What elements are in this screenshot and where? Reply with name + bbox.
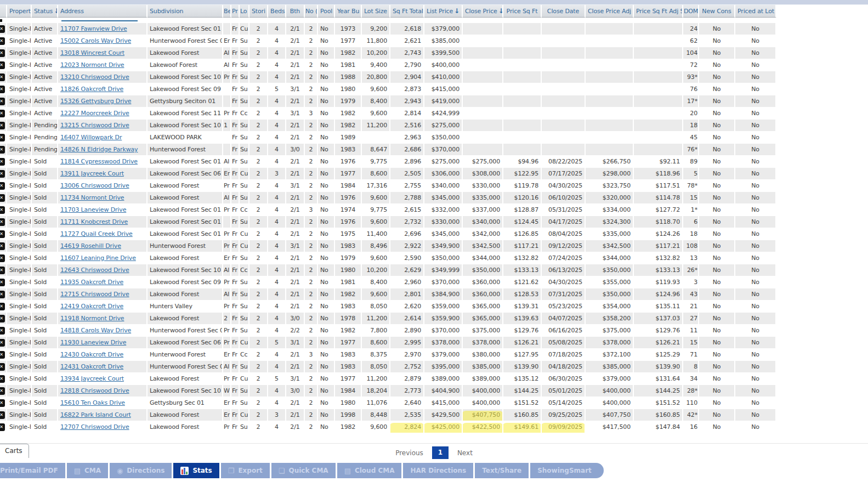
toolbar-button-cloud-cma[interactable]: ▤Cloud CMA [337, 463, 402, 478]
row-select-icon[interactable]: ✕ [0, 49, 5, 57]
column-header-priced_at_lot[interactable]: Priced at Lot [735, 5, 776, 18]
column-header-close_date[interactable]: Close Date [542, 5, 586, 18]
row-select-icon[interactable]: ✕ [0, 411, 5, 419]
address-link[interactable]: 13215 Chriswood Drive [60, 122, 129, 129]
column-header-price_sqft[interactable]: Price Sq Ft [503, 5, 542, 18]
address-link[interactable]: 11930 Laneview Drive [60, 339, 126, 346]
column-header-subdivision[interactable]: Subdivision [147, 5, 223, 18]
row-select-icon[interactable]: ✕ [0, 158, 5, 166]
address-link[interactable]: 13018 Wincrest Court [60, 49, 124, 56]
address-link[interactable]: 13934 Jaycreek Court [60, 375, 124, 382]
column-header-year_built[interactable]: Year Bu [335, 5, 362, 18]
toolbar-button-quick-cma[interactable]: ❏Quick CMA [271, 463, 336, 478]
row-select-icon[interactable]: ✕ [0, 122, 5, 129]
row-select-icon[interactable]: ✕ [0, 61, 5, 69]
column-header-close_price[interactable]: Close Price↓ [463, 5, 503, 18]
column-header-pr[interactable]: Pr [231, 5, 240, 18]
row-select-icon[interactable]: ✕ [0, 423, 5, 431]
column-header-stories[interactable]: Stori [249, 5, 268, 18]
toolbar-button-text-share[interactable]: Text/Share [475, 463, 529, 478]
row-select-icon[interactable]: ✕ [0, 387, 5, 395]
address-link[interactable]: 12419 Oakcroft Drive [60, 303, 123, 310]
row-select-icon[interactable]: ✕ [0, 375, 5, 383]
toolbar-button-directions[interactable]: ◉Directions [110, 463, 172, 478]
toolbar-button-export[interactable]: ❐Export [221, 463, 270, 478]
address-link[interactable]: 11707 Fawnview Drive [60, 25, 127, 32]
row-select-icon[interactable]: ✕ [0, 230, 5, 238]
row-select-icon[interactable]: ✕ [0, 218, 5, 226]
toolbar-button-print-email-pdf[interactable]: Print/Email PDF [0, 463, 65, 478]
column-header-be[interactable]: Be [223, 5, 231, 18]
row-select-icon[interactable]: ✕ [0, 351, 5, 359]
column-header-bath[interactable]: Bth [286, 5, 305, 18]
row-select-icon[interactable]: ✕ [0, 206, 5, 214]
row-select-icon[interactable]: ✕ [0, 363, 5, 371]
pagination-previous[interactable]: Previous [395, 449, 423, 457]
address-link[interactable]: 15610 Ten Oaks Drive [60, 399, 125, 406]
row-select-icon[interactable]: ✕ [0, 73, 5, 81]
row-select-icon[interactable]: ✕ [0, 242, 5, 250]
row-select-icon[interactable]: ✕ [0, 86, 5, 93]
column-header-sqft_total[interactable]: Sq Ft Total [390, 5, 424, 18]
row-select-icon[interactable]: ✕ [0, 182, 5, 190]
row-select-icon[interactable]: ✕ [0, 25, 5, 33]
row-select-icon[interactable]: ✕ [0, 303, 5, 310]
address-link[interactable]: 11734 Normont Drive [60, 194, 124, 201]
address-link[interactable]: 11727 Quail Creek Drive [60, 230, 133, 237]
column-header-lo[interactable]: Lo [240, 5, 249, 18]
column-header-address[interactable]: Address [58, 5, 147, 18]
column-header-new_cons[interactable]: New Cons [699, 5, 735, 18]
row-select-icon[interactable]: ✕ [0, 37, 5, 45]
address-link[interactable]: 11935 Oakcroft Drive [60, 279, 123, 286]
column-header-price_sqft_adj[interactable]: Price Sq Ft Adj S [634, 5, 683, 18]
column-header-status[interactable]: Status↓ [32, 5, 58, 18]
address-link[interactable]: 13210 Chriswood Drive [60, 73, 129, 81]
row-select-icon[interactable]: ✕ [0, 399, 5, 407]
address-link[interactable]: 11918 Normont Drive [60, 315, 124, 322]
address-link[interactable]: 11711 Knobcrest Drive [60, 218, 128, 225]
row-select-icon[interactable]: ✕ [0, 315, 5, 322]
address-link[interactable]: 12715 Chriswood Drive [60, 291, 129, 298]
toolbar-button-showingsmart[interactable]: ShowingSmart [530, 463, 604, 478]
row-select-icon[interactable]: ✕ [0, 146, 5, 154]
address-link[interactable]: 14619 Rosehill Drive [60, 242, 121, 250]
row-select-icon[interactable]: ✕ [0, 267, 5, 274]
address-link[interactable]: 12643 Chriswood Drive [60, 267, 129, 274]
address-link[interactable]: 11703 Laneview Drive [60, 206, 126, 213]
column-header-property[interactable]: Property [7, 5, 32, 18]
tab-carts[interactable]: Carts [0, 444, 29, 458]
row-select-icon[interactable]: ✕ [0, 339, 5, 347]
column-header-garage[interactable]: No ( [305, 5, 318, 18]
address-link[interactable]: 12227 Moorcreek Drive [60, 110, 129, 117]
row-select-icon[interactable]: ✕ [0, 98, 5, 105]
address-link[interactable]: 12023 Normont Drive [60, 61, 124, 69]
address-link[interactable]: 16822 Park Island Court [60, 411, 131, 418]
address-link[interactable]: 12818 Chriswood Drive [60, 387, 129, 394]
pagination-next[interactable]: Next [457, 449, 473, 457]
column-header-list_price[interactable]: List Price↓ [424, 5, 463, 18]
address-link[interactable]: 11814 Cypresswood Drive [60, 158, 138, 165]
row-select-icon[interactable]: ✕ [0, 327, 5, 335]
row-select-icon[interactable]: ✕ [0, 194, 5, 202]
column-header-pool[interactable]: Pool [318, 5, 335, 18]
toolbar-button-cma[interactable]: ▤CMA [67, 463, 108, 478]
address-link[interactable]: 13006 Chriswood Drive [60, 182, 129, 189]
address-link[interactable]: 16407 Willowpark Dr [60, 134, 122, 141]
address-link[interactable]: 15002 Carols Way Drive [60, 37, 131, 44]
toolbar-button-har-directions[interactable]: HAR Directions [403, 463, 473, 478]
address-link[interactable]: 11826 Oakcroft Drive [60, 86, 123, 93]
address-link[interactable]: 14818 Carols Way Drive [60, 327, 131, 334]
row-select-icon[interactable]: ✕ [0, 110, 5, 117]
address-link[interactable]: 12431 Oakcroft Drive [60, 363, 123, 370]
pagination-page-1[interactable]: 1 [432, 446, 449, 459]
address-link[interactable]: 13911 Jaycreek Court [60, 170, 124, 177]
row-select-icon[interactable]: ✕ [0, 134, 5, 141]
row-select-icon[interactable]: ✕ [0, 279, 5, 286]
column-header-beds[interactable]: Beds [268, 5, 286, 18]
toolbar-button-stats[interactable]: Stats [173, 463, 219, 478]
row-select-icon[interactable]: ✕ [0, 170, 5, 178]
row-select-icon[interactable]: ✕ [0, 291, 5, 298]
column-header-dom[interactable]: DOM [683, 5, 699, 18]
address-link[interactable]: 15326 Gettysburg Drive [60, 98, 131, 105]
address-link[interactable]: 14826 N Eldridge Parkway [60, 146, 138, 153]
